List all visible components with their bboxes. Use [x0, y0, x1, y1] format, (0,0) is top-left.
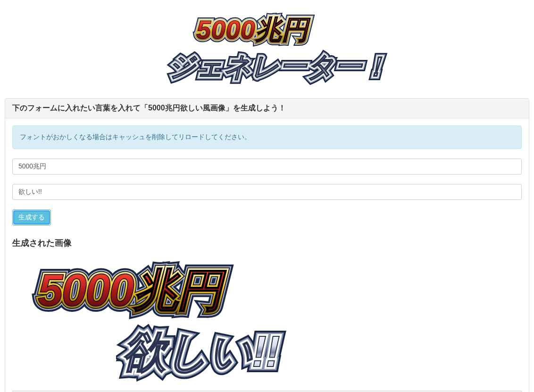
main-panel: 下のフォームに入れたい言葉を入れて「5000兆円欲しい風画像」を生成しよう！ フ…: [5, 98, 529, 392]
logo-text-line2: ジェネレーター！ ジェネレーター！ ジェネレーター！ ジェネレーター！: [163, 45, 427, 87]
panel-body: フォントがおかしくなる場合はキャッシュを削除してリロードしてください。 生成する…: [5, 118, 529, 392]
logo-text-line1: 5000兆円 5000兆円 5000兆円 5000兆円: [192, 9, 342, 47]
text-input-line1[interactable]: [12, 158, 522, 175]
result-text-line1: 5000兆円 5000兆円 5000兆円 5000兆円 5000兆円: [31, 256, 286, 322]
svg-text:5000兆円: 5000兆円: [196, 15, 311, 44]
panel-heading: 下のフォームに入れたい言葉を入れて「5000兆円欲しい風画像」を生成しよう！: [5, 99, 529, 118]
svg-text:ジェネレーター！: ジェネレーター！: [168, 51, 389, 82]
header-logo: 5000兆円 5000兆円 5000兆円 5000兆円 ジェネレーター！ ジェネ…: [5, 5, 529, 98]
result-heading: 生成された画像: [12, 237, 522, 249]
generate-button[interactable]: 生成する: [12, 209, 51, 225]
svg-text:5000兆円: 5000兆円: [38, 265, 227, 315]
info-alert: フォントがおかしくなる場合はキャッシュを削除してリロードしてください。: [12, 125, 522, 149]
svg-text:欲しい!!: 欲しい!!: [123, 327, 280, 375]
result-text-line2: 欲しい!! 欲しい!! 欲しい!! 欲しい!!: [116, 318, 342, 384]
text-input-line2[interactable]: [12, 184, 522, 200]
result-image-container: 5000兆円 5000兆円 5000兆円 5000兆円 5000兆円: [12, 256, 522, 392]
